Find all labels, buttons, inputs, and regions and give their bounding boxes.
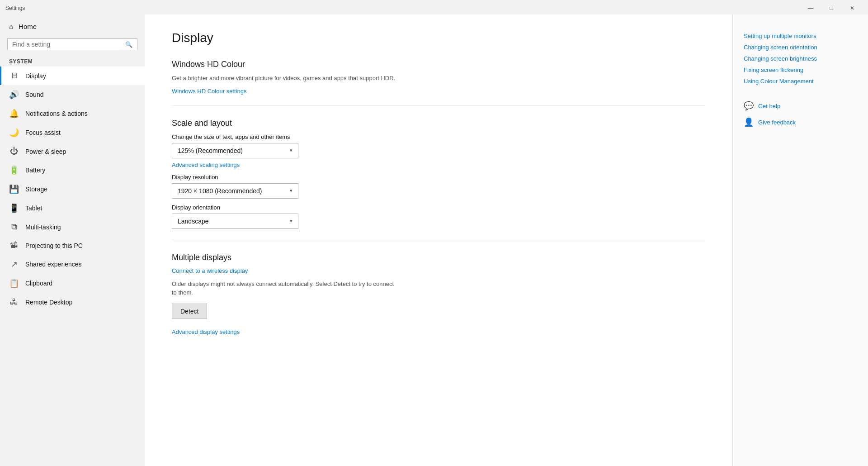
storage-icon: 💾 (9, 184, 19, 194)
advanced-scaling-link[interactable]: Advanced scaling settings (172, 162, 240, 168)
right-panel: Setting up multiple monitors Changing sc… (732, 14, 868, 466)
related-link-1[interactable]: Changing screen orientation (744, 44, 857, 51)
projecting-icon: 📽 (9, 241, 19, 250)
scale-value: 125% (Recommended) (178, 147, 243, 154)
app-container: ⌂ Home 🔍 System 🖥 Display 🔊 Sound 🔔 Noti… (0, 14, 868, 466)
search-input[interactable] (12, 41, 125, 48)
sidebar-item-clipboard[interactable]: 📋 Clipboard (0, 274, 145, 293)
connect-wireless-link[interactable]: Connect to a wireless display (172, 267, 248, 274)
sidebar-item-power-sleep[interactable]: ⏻ Power & sleep (0, 142, 145, 161)
sidebar-item-label: Display (25, 72, 46, 80)
scale-layout-title: Scale and layout (172, 119, 705, 128)
scale-dropdown[interactable]: 125% (Recommended) ▾ (172, 143, 298, 158)
home-icon: ⌂ (9, 23, 13, 30)
resolution-chevron-icon: ▾ (290, 188, 292, 194)
related-link-0[interactable]: Setting up multiple monitors (744, 33, 857, 39)
hd-colour-settings-link[interactable]: Windows HD Colour settings (172, 88, 246, 95)
sidebar-item-label: Projecting to this PC (25, 242, 83, 249)
give-feedback-link[interactable]: Give feedback (758, 119, 796, 126)
sidebar-item-label: Multi-tasking (25, 223, 61, 231)
sidebar-item-notifications[interactable]: 🔔 Notifications & actions (0, 104, 145, 123)
sidebar-item-storage[interactable]: 💾 Storage (0, 180, 145, 199)
get-help-icon: 💬 (744, 101, 754, 111)
hd-colour-desc: Get a brighter and more vibrant picture … (172, 74, 398, 83)
help-section: 💬 Get help 👤 Give feedback (744, 101, 857, 127)
focus-assist-icon: 🌙 (9, 128, 19, 138)
window-controls: — □ ✕ (800, 3, 863, 14)
sidebar-item-label: Focus assist (25, 129, 61, 136)
orientation-label: Display orientation (172, 204, 705, 211)
sidebar-item-shared-experiences[interactable]: ↗ Shared experiences (0, 255, 145, 274)
orientation-value: Landscape (178, 218, 209, 225)
orientation-chevron-icon: ▾ (290, 218, 292, 224)
sidebar-section-label: System (0, 56, 145, 67)
sidebar-item-label: Shared experiences (25, 261, 82, 268)
sidebar-item-remote-desktop[interactable]: 🖧 Remote Desktop (0, 293, 145, 311)
tablet-icon: 📱 (9, 203, 19, 213)
older-displays-text: Older displays might not always connect … (172, 280, 398, 297)
sidebar-item-label: Sound (25, 91, 43, 98)
resolution-value: 1920 × 1080 (Recommended) (178, 187, 262, 195)
display-icon: 🖥 (9, 71, 19, 81)
power-icon: ⏻ (9, 147, 19, 156)
home-label: Home (19, 23, 37, 30)
sidebar-item-projecting[interactable]: 📽 Projecting to this PC (0, 236, 145, 255)
sidebar-item-label: Notifications & actions (25, 110, 88, 117)
sidebar-item-sound[interactable]: 🔊 Sound (0, 85, 145, 104)
sidebar-item-multitasking[interactable]: ⧉ Multi-tasking (0, 218, 145, 236)
give-feedback-item[interactable]: 👤 Give feedback (744, 117, 857, 127)
maximize-button[interactable]: □ (821, 3, 842, 14)
orientation-dropdown[interactable]: Landscape ▾ (172, 214, 298, 229)
shared-experiences-icon: ↗ (9, 259, 19, 269)
sidebar-item-label: Power & sleep (25, 148, 66, 155)
resolution-dropdown[interactable]: 1920 × 1080 (Recommended) ▾ (172, 183, 298, 199)
app-title: Settings (5, 5, 25, 11)
get-help-link[interactable]: Get help (758, 103, 780, 109)
page-title: Display (172, 31, 705, 45)
detect-button[interactable]: Detect (172, 304, 207, 319)
related-link-4[interactable]: Using Colour Management (744, 78, 857, 85)
sidebar-item-label: Storage (25, 185, 47, 193)
sidebar-item-tablet[interactable]: 📱 Tablet (0, 199, 145, 218)
multiple-displays-title: Multiple displays (172, 253, 705, 262)
resolution-label: Display resolution (172, 174, 705, 181)
scale-dropdown-wrapper: Change the size of text, apps and other … (172, 133, 705, 158)
sidebar-item-home[interactable]: ⌂ Home (0, 18, 145, 35)
multitasking-icon: ⧉ (9, 222, 19, 232)
scale-change-label: Change the size of text, apps and other … (172, 133, 705, 140)
divider-2 (172, 240, 705, 240)
sidebar-item-label: Battery (25, 166, 45, 174)
resolution-dropdown-wrapper: Display resolution 1920 × 1080 (Recommen… (172, 174, 705, 199)
sidebar: ⌂ Home 🔍 System 🖥 Display 🔊 Sound 🔔 Noti… (0, 14, 145, 466)
sidebar-item-label: Remote Desktop (25, 299, 72, 306)
notifications-icon: 🔔 (9, 109, 19, 119)
main-content: Display Windows HD Colour Get a brighter… (145, 14, 732, 466)
sound-icon: 🔊 (9, 90, 19, 100)
close-button[interactable]: ✕ (842, 3, 863, 14)
advanced-display-link[interactable]: Advanced display settings (172, 328, 240, 335)
battery-icon: 🔋 (9, 165, 19, 175)
remote-desktop-icon: 🖧 (9, 297, 19, 307)
sidebar-item-focus-assist[interactable]: 🌙 Focus assist (0, 123, 145, 142)
related-link-2[interactable]: Changing screen brightness (744, 55, 857, 62)
related-link-3[interactable]: Fixing screen flickering (744, 67, 857, 73)
sidebar-item-label: Tablet (25, 204, 42, 212)
clipboard-icon: 📋 (9, 278, 19, 288)
hd-colour-title: Windows HD Colour (172, 60, 705, 69)
sidebar-item-battery[interactable]: 🔋 Battery (0, 161, 145, 180)
divider-1 (172, 105, 705, 106)
minimize-button[interactable]: — (800, 3, 821, 14)
search-icon: 🔍 (125, 41, 132, 48)
give-feedback-icon: 👤 (744, 117, 754, 127)
search-box[interactable]: 🔍 (7, 38, 137, 50)
sidebar-item-label: Clipboard (25, 280, 52, 287)
orientation-dropdown-wrapper: Display orientation Landscape ▾ (172, 204, 705, 229)
get-help-item[interactable]: 💬 Get help (744, 101, 857, 111)
scale-chevron-icon: ▾ (290, 147, 292, 153)
sidebar-item-display[interactable]: 🖥 Display (0, 67, 145, 85)
title-bar: Settings — □ ✕ (0, 0, 868, 14)
